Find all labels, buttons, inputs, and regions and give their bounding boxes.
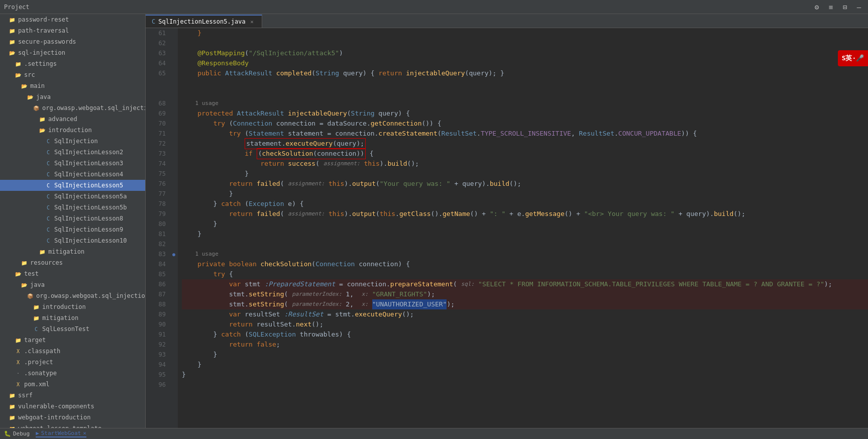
sidebar-item-sonatype[interactable]: · .sonatype [0, 368, 145, 379]
collapse-icon[interactable]: ⊟ [840, 2, 850, 12]
sidebar-label: mitigation [48, 248, 84, 255]
xml-icon: X [14, 358, 22, 366]
sidebar-item-java-test[interactable]: 📂 java [0, 279, 145, 290]
sidebar-item-test[interactable]: 📂 test [0, 268, 145, 279]
code-line-68: 1 usage [182, 98, 868, 108]
sidebar-item-org-main[interactable]: 📦 org.owasp.webgoat.sql_injection [0, 102, 145, 114]
sidebar-item-ssrf[interactable]: 📁 ssrf [0, 390, 145, 401]
sidebar-item-src[interactable]: 📂 src [0, 69, 145, 80]
code-line-94: } [182, 360, 868, 370]
main-area: 📁 password-reset 📁 path-traversal 📁 secu… [0, 14, 868, 428]
sidebar-label: vulnerable-components [18, 403, 94, 410]
sidebar-item-classpath[interactable]: X .classpath [0, 346, 145, 357]
debug-tab[interactable]: 🐛 Debug [4, 430, 30, 437]
class-icon: C [44, 192, 52, 200]
sidebar-item-resources[interactable]: 📁 resources [0, 257, 145, 268]
package-icon: 📦 [26, 292, 34, 300]
sidebar-item-introduction-test[interactable]: 📁 introduction [0, 301, 145, 312]
folder-icon: 📁 [8, 402, 16, 410]
active-tab[interactable]: C SqlInjectionLesson5.java × [146, 15, 262, 28]
minimize-icon[interactable]: — [854, 2, 864, 12]
code-line-83: 1 usage [182, 249, 868, 259]
code-line-66 [182, 78, 868, 88]
sidebar-item-path-traversal[interactable]: 📁 path-traversal [0, 25, 145, 36]
code-line-63: @PostMapping("/SqlInjection/attack5") [182, 48, 868, 58]
run-label: StartWebGoat [41, 430, 81, 436]
sidebar-label: resources [30, 259, 63, 266]
sidebar-label: advanced [48, 116, 77, 123]
run-close-icon[interactable]: × [83, 430, 86, 436]
sidebar-item-vulnerable[interactable]: 📁 vulnerable-components [0, 401, 145, 412]
settings-icon[interactable]: ⚙ [812, 2, 822, 12]
gutter: ● [170, 28, 178, 428]
sidebar-label: SqlInjectionLesson10 [54, 237, 127, 244]
sidebar-item-sql-injection[interactable]: 📂 sql-injection [0, 47, 145, 58]
class-icon: C [44, 137, 52, 145]
code-line-72: statement.executeQuery(query); [182, 139, 868, 149]
folder-icon: 📁 [8, 38, 16, 46]
sidebar-item-target[interactable]: 📁 target [0, 335, 145, 346]
code-line-89: var resultSet :ResultSet = stmt.executeQ… [182, 309, 868, 319]
code-line-79: return failed( assignment: this).output(… [182, 209, 868, 219]
sidebar-item-lesson2[interactable]: C SqlInjectionLesson2 [0, 147, 145, 158]
sidebar-label: SqlLessonTest [42, 325, 89, 333]
toolbar-project-text: Project [4, 4, 30, 11]
tab-bar: C SqlInjectionLesson5.java × [146, 14, 868, 28]
code-line-70: try (Connection connection = dataSource.… [182, 119, 868, 129]
code-line-69: protected AttackResult injectableQuery(S… [182, 108, 868, 119]
code-line-62 [182, 38, 868, 48]
sidebar-label: org.owasp.webgoat.sql_injection [36, 292, 145, 299]
code-line-93: } [182, 350, 868, 360]
sidebar-item-java-main[interactable]: 📂 java [0, 91, 145, 102]
sidebar-item-secure-passwords[interactable]: 📁 secure-passwords [0, 36, 145, 47]
folder-icon: 📁 [8, 16, 16, 24]
sidebar-item-lesson9[interactable]: C SqlInjectionLesson9 [0, 224, 145, 235]
sidebar-label: SqlInjectionLesson3 [54, 160, 123, 167]
sidebar-item-webgoat-intro[interactable]: 📁 webgoat-introduction [0, 412, 145, 423]
run-tab[interactable]: ▶ StartWebGoat × [36, 430, 86, 437]
sidebar-item-password-reset[interactable]: 📁 password-reset [0, 14, 145, 25]
code-line-92: return false; [182, 340, 868, 350]
debug-label: Debug [13, 430, 30, 437]
sidebar-item-mitigation-test[interactable]: 📁 mitigation [0, 312, 145, 323]
folder-open-icon: 📂 [38, 126, 46, 134]
code-line-96 [182, 380, 868, 390]
sidebar-item-webgoat-lesson[interactable]: 📁 webgoat-lesson-template [0, 423, 145, 428]
sidebar-label: src [24, 71, 35, 78]
sidebar-item-lesson4[interactable]: C SqlInjectionLesson4 [0, 169, 145, 180]
sidebar-item-project-file[interactable]: X .project [0, 357, 145, 368]
folder-icon: 📁 [32, 303, 40, 311]
list-icon[interactable]: ≡ [826, 2, 836, 12]
code-line-74: return success( assignment: this).build(… [182, 159, 868, 169]
folder-open-icon: 📂 [26, 93, 34, 101]
sidebar: 📁 password-reset 📁 path-traversal 📁 secu… [0, 14, 146, 428]
sidebar-label: SqlInjectionLesson9 [54, 226, 123, 233]
sidebar-item-org-test[interactable]: 📦 org.owasp.webgoat.sql_injection [0, 290, 145, 301]
code-line-81: } [182, 229, 868, 239]
sidebar-label: java [30, 281, 45, 288]
code-line-65: public AttackResult completed(String que… [182, 68, 868, 78]
ime-badge[interactable]: S英·🎤 [838, 50, 868, 66]
sidebar-item-lesson10[interactable]: C SqlInjectionLesson10 [0, 235, 145, 246]
sidebar-item-main[interactable]: 📂 main [0, 80, 145, 91]
sidebar-item-lesson5[interactable]: C SqlInjectionLesson5 [0, 180, 145, 191]
left-panel: 📁 password-reset 📁 path-traversal 📁 secu… [0, 14, 146, 428]
sidebar-label: SqlInjectionLesson2 [54, 149, 123, 156]
sidebar-item-sqlinjection[interactable]: C SqlInjection [0, 136, 145, 147]
sidebar-label: test [24, 270, 39, 277]
sidebar-item-introduction[interactable]: 📂 introduction [0, 125, 145, 136]
sidebar-item-lesson5b[interactable]: C SqlInjectionLesson5b [0, 202, 145, 213]
sidebar-item-pom[interactable]: X pom.xml [0, 379, 145, 390]
sidebar-item-mitigation-main[interactable]: 📁 mitigation [0, 246, 145, 257]
sidebar-item-lesson3[interactable]: C SqlInjectionLesson3 [0, 158, 145, 169]
tab-close-icon[interactable]: × [249, 18, 256, 25]
sidebar-item-advanced[interactable]: 📁 advanced [0, 114, 145, 125]
sidebar-item-sqllessontest[interactable]: C SqlLessonTest [0, 323, 145, 335]
sidebar-label: target [24, 337, 46, 344]
folder-icon: 📁 [8, 27, 16, 35]
sidebar-item-settings[interactable]: 📁 .settings [0, 58, 145, 69]
sidebar-item-lesson5a[interactable]: C SqlInjectionLesson5a [0, 191, 145, 202]
sidebar-item-lesson8[interactable]: C SqlInjectionLesson8 [0, 213, 145, 224]
sidebar-label: SqlInjectionLesson8 [54, 215, 123, 222]
code-area[interactable]: } @PostMapping("/SqlInjection/attack5") … [178, 28, 868, 428]
